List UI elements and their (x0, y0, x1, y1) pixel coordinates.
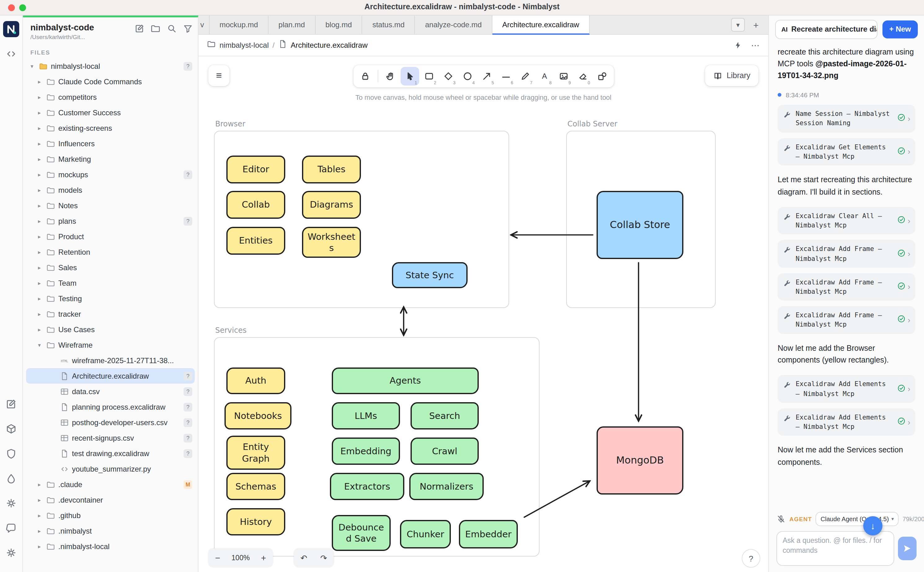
chevron-right-icon[interactable]: › (908, 418, 910, 426)
tree-item-mockups[interactable]: ▸mockups? (26, 167, 195, 182)
canvas-box-diagrams[interactable]: Diagrams (302, 191, 361, 219)
ellipse-tool-icon[interactable]: 4 (458, 67, 477, 85)
zoom-out-button[interactable]: − (208, 553, 227, 563)
more-options-icon[interactable]: ⋯ (751, 40, 760, 50)
redo-button[interactable]: ↷ (314, 553, 333, 563)
select-tool-icon[interactable]: 1 (400, 67, 419, 85)
shapes-tool-icon[interactable] (592, 67, 611, 85)
tab-blog-md[interactable]: blog.md (315, 16, 362, 34)
tree-item-existing-screens[interactable]: ▸existing-screens (26, 120, 195, 136)
tool-call-card[interactable]: Name Session — Nimbalyst Session Naming› (778, 105, 915, 133)
canvas-box-entities[interactable]: Entities (226, 227, 285, 255)
tab-list-dropdown[interactable]: ▾ (731, 18, 745, 32)
tab-plan-md[interactable]: plan.md (268, 16, 315, 34)
new-folder-icon[interactable] (151, 23, 160, 33)
tree-item-test-drawing-excalidraw[interactable]: test drawing.excalidraw? (26, 446, 195, 461)
tree-item-posthog-developer-users-csv[interactable]: posthog-developer-users.csv? (26, 415, 195, 430)
tree-item-wireframe-2025-11-27t11-38[interactable]: HTMLwireframe-2025-11-27T11-38... (26, 353, 195, 368)
tree-item-team[interactable]: ▸Team (26, 275, 195, 291)
canvas-box-collab-store[interactable]: Collab Store (597, 191, 683, 259)
gear-icon[interactable] (6, 497, 17, 509)
canvas-box-worksheets[interactable]: Worksheets (302, 227, 361, 258)
frame-label[interactable]: Browser (215, 120, 245, 128)
canvas-box-embedder[interactable]: Embedder (459, 520, 518, 549)
canvas-box-chunker[interactable]: Chunker (400, 520, 451, 549)
canvas-box-schemas[interactable]: Schemas (226, 473, 285, 500)
chat-input[interactable]: Ask a question. @ for files. / for comma… (776, 531, 894, 566)
canvas-box-history[interactable]: History (226, 508, 285, 535)
tab-v[interactable]: v (198, 16, 210, 34)
tree-item-notes[interactable]: ▸Notes (26, 198, 195, 213)
tree-item-product[interactable]: ▸Product (26, 228, 195, 244)
send-button[interactable] (898, 537, 916, 560)
canvas-box-editor[interactable]: Editor (226, 155, 285, 183)
chevron-right-icon[interactable]: › (908, 316, 910, 324)
search-icon[interactable] (167, 23, 177, 33)
tree-item-models[interactable]: ▸models (26, 182, 195, 198)
canvas-box-collab[interactable]: Collab (226, 191, 285, 219)
canvas-box-llms[interactable]: LLMs (332, 402, 400, 429)
zoom-in-button[interactable]: + (254, 553, 273, 563)
tool-call-card[interactable]: Excalidraw Add Frame — Nimbalyst Mcp› (778, 306, 915, 334)
menu-button[interactable]: ≡ (208, 65, 229, 86)
tree-item-data-csv[interactable]: data.csv? (26, 384, 195, 399)
canvas-box-agents[interactable]: Agents (332, 367, 479, 394)
tree-item-retention[interactable]: ▸Retention (26, 244, 195, 260)
text-tool-icon[interactable]: A8 (535, 67, 553, 85)
zoom-level[interactable]: 100% (227, 554, 254, 561)
tab-architecture-excalidraw[interactable]: Architecture.excalidraw (492, 16, 590, 35)
tool-call-card[interactable]: Excalidraw Add Elements — Nimbalyst Mcp› (778, 409, 915, 436)
tree-item-tracker[interactable]: ▸tracker (26, 306, 195, 322)
tree-item-influencers[interactable]: ▸Influencers (26, 136, 195, 151)
chevron-right-icon[interactable]: › (908, 115, 910, 123)
canvas-box-search[interactable]: Search (411, 402, 479, 429)
canvas-box-embedding[interactable]: Embedding (332, 438, 400, 465)
line-tool-icon[interactable]: 6 (496, 67, 515, 85)
tree-item-nimbalyst-local[interactable]: ▸.nimbalyst-local (26, 539, 195, 554)
canvas-box-entity-graph[interactable]: Entity Graph (226, 436, 285, 470)
tab-status-md[interactable]: status.md (363, 16, 415, 34)
help-button[interactable]: ? (742, 550, 760, 567)
chevron-right-icon[interactable]: › (908, 250, 910, 258)
library-button[interactable]: Library (705, 65, 759, 86)
tree-item-nimbalyst-local[interactable]: ▾nimbalyst-local? (26, 58, 195, 74)
breadcrumb-folder[interactable]: nimbalyst-local (220, 41, 269, 50)
tree-item-claude-code-commands[interactable]: ▸Claude Code Commands (26, 74, 195, 89)
settings-icon[interactable] (6, 547, 17, 558)
notes-icon[interactable] (6, 398, 17, 410)
canvas-box-auth[interactable]: Auth (226, 367, 285, 394)
frame-label[interactable]: Collab Server (567, 120, 617, 128)
chevron-right-icon[interactable]: › (908, 283, 910, 291)
excalidraw-canvas[interactable]: ≡ 1234567A890 Library To move canvas, ho… (198, 56, 768, 572)
chevron-right-icon[interactable]: › (908, 385, 910, 393)
model-selector[interactable]: Claude Agent (Opus 4.5) ▾ (816, 512, 899, 526)
tree-item-wireframe[interactable]: ▾Wireframe (26, 337, 195, 353)
tree-item-claude[interactable]: ▸.claudeM (26, 477, 195, 492)
diamond-tool-icon[interactable]: 3 (439, 67, 457, 85)
rectangle-tool-icon[interactable]: 2 (419, 67, 438, 85)
canvas-box-normalizers[interactable]: Normalizers (409, 473, 484, 500)
scroll-to-bottom-button[interactable]: ↓ (863, 516, 882, 535)
image-tool-icon[interactable]: 9 (554, 67, 573, 85)
hand-tool-icon[interactable] (381, 67, 400, 85)
tree-item-use-cases[interactable]: ▸Use Cases (26, 322, 195, 337)
tree-item-nimbalyst[interactable]: ▸.nimbalyst (26, 523, 195, 539)
tree-item-architecture-excalidraw[interactable]: Architecture.excalidraw? (26, 368, 195, 384)
canvas-box-debounced-save[interactable]: Debounced Save (332, 515, 391, 551)
canvas-box-notebooks[interactable]: Notebooks (224, 402, 291, 429)
breadcrumb-file[interactable]: Architecture.excalidraw (291, 41, 368, 50)
tree-item-marketing[interactable]: ▸Marketing (26, 151, 195, 167)
tool-call-card[interactable]: Excalidraw Get Elements — Nimbalyst Mcp› (778, 138, 915, 165)
tree-item-github[interactable]: ▸.github (26, 508, 195, 523)
tool-call-card[interactable]: Excalidraw Clear All — Nimbalyst Mcp› (778, 207, 915, 235)
tree-item-devcontainer[interactable]: ▸.devcontainer (26, 492, 195, 508)
tab-mockup-md[interactable]: mockup.md (210, 16, 268, 34)
tree-item-competitors[interactable]: ▸competitors (26, 89, 195, 105)
tool-call-card[interactable]: Excalidraw Add Frame — Nimbalyst Mcp› (778, 273, 915, 301)
code-view-icon[interactable] (6, 48, 17, 59)
tab-analyze-code-md[interactable]: analyze-code.md (415, 16, 492, 34)
new-file-icon[interactable] (135, 23, 145, 33)
tree-item-testing[interactable]: ▸Testing (26, 291, 195, 306)
lock-tool-icon[interactable] (356, 67, 374, 85)
canvas-box-crawl[interactable]: Crawl (411, 438, 479, 465)
